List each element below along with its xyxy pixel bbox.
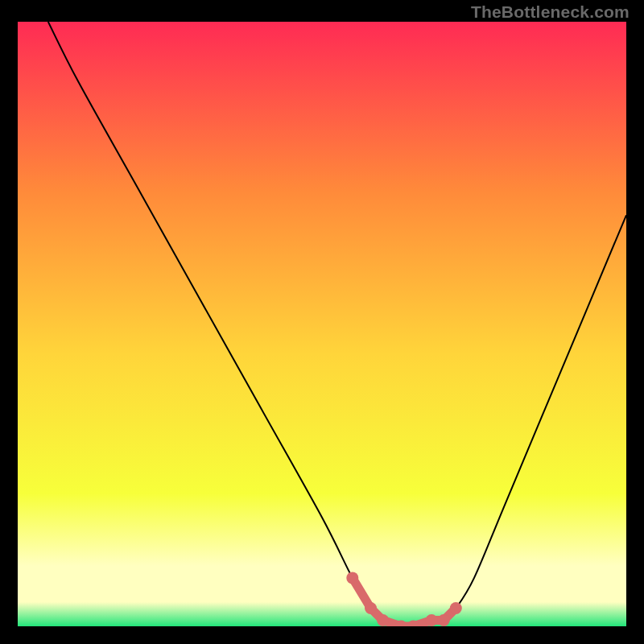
marker-dot — [346, 572, 358, 584]
marker-dot — [377, 614, 389, 626]
chart-frame: TheBottleneck.com — [0, 0, 644, 644]
marker-dot — [438, 614, 450, 626]
marker-dot — [365, 602, 377, 614]
watermark-text: TheBottleneck.com — [471, 2, 630, 22]
plot-area — [18, 22, 626, 626]
marker-dot — [450, 602, 462, 614]
marker-dot — [426, 614, 438, 626]
bottleneck-chart — [18, 22, 626, 626]
gradient-background — [18, 22, 626, 626]
